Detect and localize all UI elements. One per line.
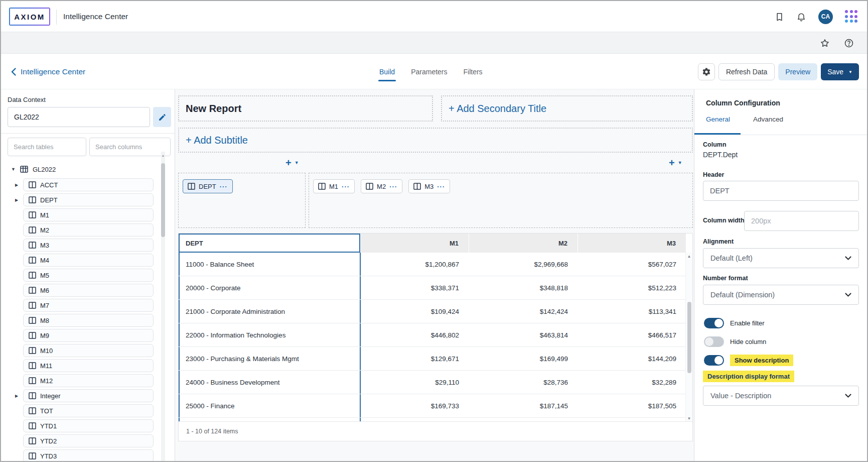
column-width-input[interactable] xyxy=(744,211,859,231)
table-row: 22000 - Information Technologies$446,802… xyxy=(179,323,692,347)
table-scrollbar-thumb[interactable] xyxy=(687,302,691,373)
tab-build[interactable]: Build xyxy=(378,54,396,89)
tree-item-m6[interactable]: M6 xyxy=(1,284,175,297)
tree-item-dept[interactable]: ▶DEPT xyxy=(1,193,175,206)
search-tables-input[interactable] xyxy=(8,138,86,156)
tree-item-m1[interactable]: M1 xyxy=(1,208,175,221)
chip-m2[interactable]: M2··· xyxy=(361,179,402,193)
preview-button[interactable]: Preview xyxy=(778,63,817,80)
add-subtitle-box[interactable]: + Add Subtitle xyxy=(178,128,693,153)
column-pill[interactable]: YTD3 xyxy=(23,449,154,461)
alignment-select[interactable]: Default (Left) xyxy=(703,248,859,268)
chip-m3[interactable]: M3··· xyxy=(408,179,450,193)
column-pill[interactable]: M8 xyxy=(23,314,154,327)
enable-filter-toggle[interactable] xyxy=(704,318,724,328)
tab-general[interactable]: General xyxy=(706,116,730,130)
column-pill[interactable]: M5 xyxy=(23,269,154,282)
number-format-select[interactable]: Default (Dimension) xyxy=(703,285,859,305)
tree-item-m8[interactable]: M8 xyxy=(1,314,175,327)
tree-item-m2[interactable]: M2 xyxy=(1,223,175,237)
value-cell: $338,371 xyxy=(361,276,469,299)
search-columns-input[interactable] xyxy=(89,138,171,156)
sidebar-scrollbar-thumb[interactable] xyxy=(161,163,165,237)
table-scrollbar-track[interactable]: ▲ ▼ xyxy=(685,253,692,422)
table-tree: ▼ GL2022 ▶ACCT▶DEPTM1M2M3M4M5M6M7M8M9M10… xyxy=(1,163,175,461)
tree-root-gl2022[interactable]: ▼ GL2022 xyxy=(1,163,175,175)
axiom-logo[interactable]: AXIOM xyxy=(9,8,50,26)
tree-item-m9[interactable]: M9 xyxy=(1,329,175,342)
table-scroll-up-icon[interactable]: ▲ xyxy=(686,254,692,259)
tab-filters[interactable]: Filters xyxy=(463,54,484,89)
tree-item-integer[interactable]: ▶Integer xyxy=(1,389,175,402)
tree-item-m4[interactable]: M4 xyxy=(1,254,175,267)
chip-menu-icon[interactable]: ··· xyxy=(220,183,228,190)
save-button[interactable]: Save▼ xyxy=(821,63,859,80)
tree-item-ytd3[interactable]: YTD3 xyxy=(1,449,175,461)
notifications-bell-icon[interactable] xyxy=(796,12,806,22)
tree-item-acct[interactable]: ▶ACCT xyxy=(1,178,175,191)
hide-column-toggle[interactable] xyxy=(704,336,724,347)
tree-item-m10[interactable]: M10 xyxy=(1,344,175,357)
column-pill[interactable]: DEPT xyxy=(23,193,154,206)
column-pill[interactable]: YTD2 xyxy=(23,434,154,447)
column-pill[interactable]: TOT xyxy=(23,404,154,417)
chip-menu-icon[interactable]: ··· xyxy=(342,183,350,190)
favorite-star-icon[interactable] xyxy=(820,38,830,48)
expand-caret-icon[interactable]: ▶ xyxy=(15,183,18,187)
column-pill[interactable]: M9 xyxy=(23,329,154,342)
tree-item-m7[interactable]: M7 xyxy=(1,299,175,312)
measures-dropzone[interactable]: M1···M2···M3··· xyxy=(309,173,693,228)
column-pill[interactable]: M2 xyxy=(23,223,154,237)
bookmark-icon[interactable] xyxy=(775,12,784,22)
header-cell-m1[interactable]: M1 xyxy=(361,234,469,253)
tree-item-m3[interactable]: M3 xyxy=(1,239,175,252)
chip-m1[interactable]: M1··· xyxy=(313,179,355,193)
tree-item-ytd2[interactable]: YTD2 xyxy=(1,434,175,447)
tree-item-m11[interactable]: M11 xyxy=(1,359,175,372)
tree-item-m12[interactable]: M12 xyxy=(1,374,175,387)
chip-menu-icon[interactable]: ··· xyxy=(389,183,397,190)
add-measure-column-button[interactable]: + ▼ xyxy=(669,158,682,168)
column-pill[interactable]: Integer xyxy=(23,389,154,402)
add-row-column-button[interactable]: + ▼ xyxy=(285,158,299,168)
column-pill[interactable]: M1 xyxy=(23,208,154,221)
column-pill[interactable]: M11 xyxy=(23,359,154,372)
column-pill[interactable]: M12 xyxy=(23,374,154,387)
column-pill[interactable]: M6 xyxy=(23,284,154,297)
expand-caret-icon[interactable]: ▶ xyxy=(15,394,18,398)
tree-item-ytd1[interactable]: YTD1 xyxy=(1,419,175,432)
tree-expanded-caret-icon[interactable]: ▼ xyxy=(11,167,16,172)
help-icon[interactable] xyxy=(844,38,854,48)
chip-menu-icon[interactable]: ··· xyxy=(437,183,445,190)
column-pill[interactable]: M10 xyxy=(23,344,154,357)
show-description-toggle[interactable] xyxy=(704,355,724,366)
header-cell-m2[interactable]: M2 xyxy=(469,234,578,253)
data-context-input[interactable] xyxy=(8,107,150,127)
sidebar-scroll-up-icon[interactable]: ▲ xyxy=(161,154,165,157)
edit-context-button[interactable] xyxy=(153,107,171,127)
app-switcher-icon[interactable] xyxy=(845,10,858,23)
header-input[interactable] xyxy=(703,181,859,201)
column-pill[interactable]: YTD1 xyxy=(23,419,154,432)
tree-item-tot[interactable]: TOT xyxy=(1,404,175,417)
expand-caret-icon[interactable]: ▶ xyxy=(15,198,18,202)
chip-dept[interactable]: DEPT··· xyxy=(183,179,233,193)
report-title-box[interactable]: New Report xyxy=(178,95,433,122)
refresh-data-button[interactable]: Refresh Data xyxy=(718,63,775,80)
column-pill[interactable]: M4 xyxy=(23,254,154,267)
back-link[interactable]: Intelligence Center xyxy=(11,54,85,89)
header-cell-m3[interactable]: M3 xyxy=(578,234,686,253)
settings-gear-button[interactable] xyxy=(698,63,715,80)
table-scroll-down-icon[interactable]: ▼ xyxy=(686,416,692,421)
user-avatar[interactable]: CA xyxy=(818,10,833,24)
tab-parameters[interactable]: Parameters xyxy=(410,54,448,89)
row-dimension-dropzone[interactable]: DEPT··· xyxy=(178,173,306,228)
column-pill[interactable]: M7 xyxy=(23,299,154,312)
column-pill[interactable]: M3 xyxy=(23,239,154,252)
column-pill[interactable]: ACCT xyxy=(23,178,154,191)
tree-item-m5[interactable]: M5 xyxy=(1,269,175,282)
header-cell-dept[interactable]: DEPT xyxy=(179,234,361,253)
add-secondary-title-box[interactable]: + Add Secondary Title xyxy=(441,95,693,122)
description-display-format-select[interactable]: Value - Description xyxy=(703,386,859,406)
tab-advanced[interactable]: Advanced xyxy=(753,116,783,130)
